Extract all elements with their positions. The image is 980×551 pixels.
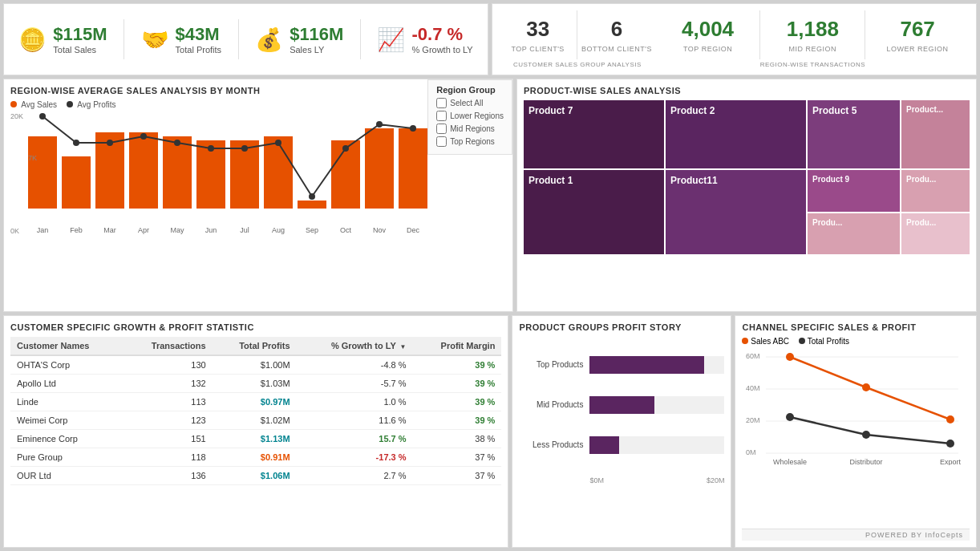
region-group-filter: Region Group Select All Lower Regions Mi… [427,79,512,155]
svg-point-21 [342,145,349,152]
col-profit-margin[interactable]: Profit Margin [413,337,502,355]
cell-profits: $1.06M [213,466,297,484]
lower-regions-input[interactable] [436,111,447,121]
col-transactions[interactable]: Transactions [124,337,213,355]
bottom-clients-label: Bottom Client's [581,45,652,53]
product9-cell[interactable]: Product 9 [808,170,900,212]
sales-ly-label: Sales LY [290,45,343,55]
cell-transactions: 151 [124,429,213,448]
select-all-checkbox[interactable]: Select All [436,98,504,108]
mid-regions-input[interactable] [436,124,447,134]
svg-point-16 [174,140,180,146]
kpi-growth: 📈 -0.7 % % Growth to LY [377,24,472,55]
total-profits-label: Total Profits [176,45,221,55]
svg-rect-1 [62,156,91,209]
total-profits-legend: Total Profits [799,337,849,346]
svg-text:Dec: Dec [407,226,420,234]
top-row: 🪙 $115M Total Sales 🤝 $43M Total Profits… [3,3,977,75]
cell-profits: $0.91M [213,448,297,466]
cell-growth: -5.7 % [297,374,413,392]
product1-cell[interactable]: Product 1 [524,170,664,254]
customer-table-panel: CUSTOMER SPECIFIC GROWTH & PROFIT STATIS… [3,315,508,549]
lower-regions-checkbox[interactable]: Lower Regions [436,111,504,121]
table-row: Linde 113 $0.97M 1.0 % 39 % [10,392,501,411]
product-chart-title: PRODUCT-WISE SALES ANALYSIS [524,86,970,95]
kpi-sales-ly: 💰 $116M Sales LY [255,24,343,55]
svg-point-22 [376,121,383,128]
hbar-x-max: $20M [707,476,725,484]
svg-rect-8 [298,201,326,209]
productdot1-cell[interactable]: Product... [901,100,970,168]
top-products-bar-row: Top Products [519,356,724,374]
growth-value: -0.7 % [411,24,472,45]
product7-cell[interactable]: Product 7 [524,100,664,168]
table-row: Pure Group 118 $0.91M -17.3 % 37 % [10,448,501,466]
cell-profits: $1.02M [213,411,297,429]
productdot2-cell[interactable]: Produ... [808,213,900,255]
svg-text:Sep: Sep [306,226,318,234]
lower-region-value: 767 [900,17,934,42]
channel-chart-legend: Sales ABC Total Profits [742,337,970,346]
select-all-input[interactable] [436,98,447,108]
sales-abc-legend: Sales ABC [742,337,789,346]
less-products-track [589,436,724,454]
svg-rect-4 [163,136,192,209]
product9-label: Product 9 [812,175,849,184]
mid-products-bar-row: Mid Products [519,396,724,414]
dashboard: 🪙 $115M Total Sales 🤝 $43M Total Profits… [0,0,980,551]
svg-point-45 [786,353,794,361]
col-growth[interactable]: % Growth to LY ▼ [297,337,413,355]
cell-transactions: 136 [124,466,213,484]
svg-rect-3 [129,132,158,209]
product2-cell[interactable]: Product 2 [666,100,806,168]
product5-label: Product 5 [812,105,856,116]
productdot3-cell[interactable]: Produ... [901,170,970,212]
svg-point-19 [275,140,281,146]
kpi-total-profits: 🤝 $43M Total Profits [141,24,221,55]
sales-ly-value: $116M [290,24,343,45]
product11-cell[interactable]: Product11 [666,170,806,254]
profits-icon: 🤝 [141,26,169,53]
svg-rect-7 [264,136,293,209]
product7-label: Product 7 [528,105,573,116]
svg-text:60M: 60M [746,352,760,360]
product1-label: Product 1 [528,175,573,186]
kpi-left-panel: 🪙 $115M Total Sales 🤝 $43M Total Profits… [3,3,488,75]
cell-transactions: 118 [124,448,213,466]
channel-chart-svg: 60M 40M 20M 0M [742,349,970,465]
top-regions-input[interactable] [436,136,447,147]
productdot1-label: Product... [906,105,943,114]
cell-customer-name: OUR Ltd [10,466,124,484]
top-regions-checkbox[interactable]: Top Regions [436,136,504,147]
svg-text:20M: 20M [746,416,760,424]
cell-customer-name: Pure Group [10,448,124,466]
middle-row: REGION-WISE AVERAGE SALES ANALYSIS BY MO… [3,79,977,312]
svg-text:Jan: Jan [37,226,49,234]
table-header-row: Customer Names Transactions Total Profit… [10,337,501,355]
col-customer-names[interactable]: Customer Names [10,337,124,355]
sales-ly-icon: 💰 [255,26,283,53]
col-total-profits[interactable]: Total Profits [213,337,297,355]
table-scroll-container[interactable]: Customer Names Transactions Total Profit… [10,337,501,497]
mid-products-track [589,396,724,414]
svg-text:Jul: Jul [240,226,249,234]
product5-cell[interactable]: Product 5 [808,100,900,168]
cell-growth: 11.6 % [297,411,413,429]
less-products-bar-row: Less Products [519,436,724,454]
cell-transactions: 113 [124,392,213,411]
svg-text:May: May [170,226,184,234]
svg-text:40M: 40M [746,384,760,392]
sales-abc-dot [742,338,748,344]
y-min-label: 0K [10,227,19,235]
svg-point-14 [107,140,113,146]
svg-point-48 [786,413,794,421]
svg-text:0M: 0M [746,448,756,456]
svg-text:Nov: Nov [373,226,387,234]
top-region-value: 4,004 [682,17,734,42]
bottom-clients-section: 6 Bottom Client's [577,10,655,59]
table-row: Weimei Corp 123 $1.02M 11.6 % 39 % [10,411,501,429]
region-chart-panel: REGION-WISE AVERAGE SALES ANALYSIS BY MO… [3,79,513,312]
productdot4-cell[interactable]: Produ... [901,213,970,255]
svg-point-23 [410,125,416,132]
mid-regions-checkbox[interactable]: Mid Regions [436,124,504,134]
